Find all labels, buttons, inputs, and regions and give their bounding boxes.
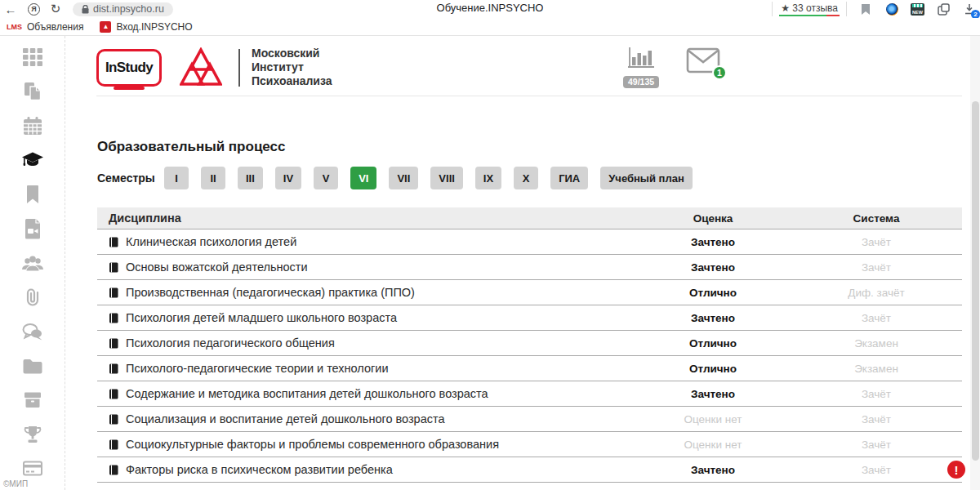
discipline-label: Содержание и методика воспитания детей д…	[126, 387, 488, 400]
semester-switcher: Семестры I II III IV V VI VII VIII IX X …	[97, 167, 705, 189]
archive-icon[interactable]	[21, 389, 44, 412]
attachments-icon[interactable]	[21, 286, 44, 309]
extensions-icon[interactable]	[936, 2, 951, 16]
group-icon[interactable]	[21, 252, 44, 274]
calendar-icon[interactable]	[21, 114, 44, 137]
main-content: InStudy Московский Институт Психоанализа…	[66, 36, 970, 490]
discipline-label: Психология детей младшего школьного возр…	[126, 311, 397, 324]
bookmark-icon[interactable]	[21, 183, 44, 206]
table-row[interactable]: Психология детей младшего школьного возр…	[97, 305, 962, 331]
book-icon	[109, 465, 119, 475]
semesters-label: Семестры	[97, 172, 164, 185]
grade-value: Отлично	[635, 337, 791, 350]
discipline-label: Психология педагогического общения	[126, 336, 335, 350]
col-discipline: Дисциплина	[97, 212, 635, 225]
apps-grid-icon[interactable]	[21, 46, 44, 69]
semester-tab-2[interactable]: II	[201, 167, 225, 189]
back-icon[interactable]: ←	[0, 2, 21, 16]
yandex-icon[interactable]: Я	[28, 3, 40, 16]
tab-title: Обучение.INPSYCHO	[437, 2, 544, 14]
video-materials-icon[interactable]	[21, 217, 44, 240]
semester-tab-4[interactable]: IV	[275, 167, 301, 189]
downloads-icon[interactable]: 2	[962, 2, 977, 16]
education-icon[interactable]	[21, 149, 44, 172]
system-value: Зачёт	[791, 413, 962, 425]
institute-name: Московский Институт Психоанализа	[252, 47, 332, 88]
page-scrollbar	[970, 36, 980, 490]
bookmark-lms[interactable]: LMS Объявления	[7, 21, 83, 33]
semester-tab-8[interactable]: VIII	[430, 167, 463, 189]
achievements-icon[interactable]	[21, 423, 44, 446]
header-divider	[238, 49, 240, 87]
table-row[interactable]: Производственная (педагогическая) практи…	[97, 280, 962, 305]
table-row[interactable]: Психолого-педагогические теории и технол…	[97, 356, 962, 381]
payments-icon[interactable]	[21, 457, 44, 480]
scrollbar-thumb[interactable]	[972, 101, 979, 461]
table-row[interactable]: Содержание и методика воспитания детей д…	[97, 381, 962, 407]
alert-icon[interactable]: !	[947, 461, 965, 479]
url-text: dist.inpsycho.ru	[93, 3, 164, 15]
system-value: Экзамен	[791, 337, 962, 350]
site-header: InStudy Московский Институт Психоанализа…	[96, 39, 962, 96]
semester-tab-gia[interactable]: ГИА	[550, 167, 588, 189]
messages-icon[interactable]	[21, 320, 44, 343]
system-value: Зачёт	[791, 388, 962, 400]
discipline-label: Психолого-педагогические теории и технол…	[126, 362, 389, 375]
semester-tab-1[interactable]: I	[164, 167, 189, 189]
chart-icon	[626, 46, 656, 70]
semester-tab-3[interactable]: III	[238, 167, 263, 189]
table-header: Дисциплина Оценка Система	[97, 207, 962, 229]
bookmark-inpsycho[interactable]: ▲ Вход.INPSYCHO	[100, 21, 192, 33]
institute-line: Институт	[252, 60, 332, 74]
table-row[interactable]: Психология педагогического общения Отлич…	[97, 331, 962, 356]
browser-toolbar: ← Я ↻ dist.inpsycho.ru Обучение.INPSYCHO…	[0, 0, 980, 18]
book-icon	[109, 389, 119, 399]
grade-value: Отлично	[635, 363, 791, 375]
system-value: Зачёт	[791, 439, 962, 451]
curriculum-button[interactable]: Учебный план	[600, 167, 692, 189]
instudy-logo-text: InStudy	[105, 60, 153, 76]
table-row[interactable]: Социализация и воспитание детей дошкольн…	[97, 407, 962, 432]
reviews-extension[interactable]: ★ 33 отзыва	[772, 2, 847, 16]
bookmark-flag-icon[interactable]	[858, 2, 873, 16]
grade-value: Зачтено	[635, 464, 791, 476]
semester-tab-9[interactable]: IX	[475, 167, 501, 189]
book-icon	[109, 262, 119, 273]
grade-value: Отлично	[635, 287, 791, 299]
bookmarks-bar: LMS Объявления ▲ Вход.INPSYCHO	[0, 18, 980, 36]
table-row[interactable]: Факторы риска в психическом развитии реб…	[97, 457, 962, 483]
semester-tab-6-active[interactable]: VI	[350, 167, 376, 189]
discipline-label: Социокультурные факторы и проблемы совре…	[126, 438, 499, 451]
mail-button[interactable]: 1	[686, 47, 720, 77]
semester-tab-7[interactable]: VII	[389, 167, 418, 189]
discipline-label: Социализация и воспитание детей дошкольн…	[126, 412, 445, 425]
semester-tab-10[interactable]: X	[514, 167, 538, 189]
folder-icon[interactable]	[21, 354, 44, 377]
semester-tab-5[interactable]: V	[314, 167, 338, 189]
mail-badge: 1	[712, 65, 727, 80]
system-value: Экзамен	[791, 363, 962, 375]
book-icon	[109, 287, 119, 298]
reviews-label: ★ 33 отзыва	[781, 2, 838, 14]
progress-stats[interactable]: 49/135	[623, 46, 659, 88]
table-row[interactable]: Социокультурные факторы и проблемы совре…	[97, 432, 962, 457]
refresh-icon[interactable]: ↻	[45, 2, 66, 16]
book-icon	[109, 313, 119, 323]
browser-extension-icon[interactable]	[884, 2, 899, 16]
grade-value: Оценки нет	[635, 439, 791, 451]
grade-value: Зачтено	[635, 261, 791, 274]
table-row[interactable]: Основы вожатской деятельности Зачтено За…	[97, 255, 962, 280]
address-bar[interactable]: dist.inpsycho.ru	[73, 2, 173, 16]
copyright-label: ©МИП	[3, 479, 28, 488]
grade-value: Зачтено	[635, 312, 791, 324]
documents-icon[interactable]	[21, 80, 44, 103]
new-extension-icon[interactable]: NEW	[911, 3, 924, 16]
page-title: Образовательный процесс	[97, 139, 285, 155]
lms-favicon: LMS	[7, 23, 22, 31]
institute-line: Психоанализа	[252, 74, 332, 88]
system-value: Зачёт	[791, 236, 962, 248]
discipline-label: Факторы риска в психическом развитии реб…	[126, 463, 393, 476]
discipline-label: Основы вожатской деятельности	[126, 261, 308, 274]
table-row[interactable]: Клиническая психология детей Зачтено Зач…	[97, 229, 962, 255]
reviews-rating-bar	[779, 15, 840, 17]
